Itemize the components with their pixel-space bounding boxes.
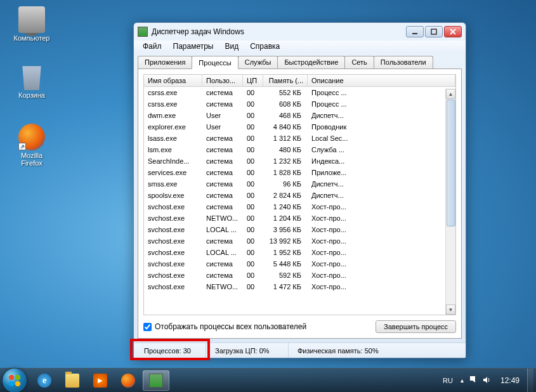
table-row[interactable]: svchost.exeсистема005 448 КБХост-про... (144, 258, 455, 270)
cell-desc: Хост-про... (308, 201, 455, 212)
cell-user: NETWO... (202, 212, 243, 224)
cell-desc: Индекса... (308, 155, 455, 167)
cell-img: csrss.exe (144, 98, 202, 110)
table-row[interactable]: svchost.exeLOCAL ...003 956 КБХост-про..… (144, 224, 455, 235)
cell-desc: Процесс ... (308, 87, 455, 98)
table-row[interactable]: svchost.exeсистема001 240 КБХост-про... (144, 201, 455, 212)
cell-img: lsm.exe (144, 144, 202, 155)
taskbar-item-explorer[interactable] (59, 370, 86, 391)
col-description[interactable]: Описание (308, 75, 455, 86)
menu-help[interactable]: Справка (245, 41, 285, 53)
cell-mem: 552 КБ (263, 87, 308, 98)
action-center-icon[interactable] (469, 376, 478, 386)
task-manager-window: Диспетчер задач Windows Файл Параметры В… (133, 22, 466, 358)
tab-users[interactable]: Пользователи (374, 56, 433, 69)
table-row[interactable]: dwm.exeUser00468 КБДиспетч... (144, 110, 455, 121)
cell-cpu: 00 (243, 201, 263, 212)
end-process-button[interactable]: Завершить процесс (376, 320, 456, 333)
desktop-icon-label: Корзина (10, 91, 54, 99)
taskbar-item-taskmgr[interactable] (143, 370, 169, 391)
cell-user: User (202, 110, 243, 121)
desktop-icon-recycle-bin[interactable]: Корзина (10, 63, 54, 99)
volume-icon[interactable] (483, 376, 492, 386)
cell-img: svchost.exe (144, 224, 202, 235)
desktop-icon-computer[interactable]: Компьютер (10, 6, 54, 42)
taskbar-item-firefox[interactable] (115, 370, 141, 391)
col-image-name[interactable]: Имя образа (144, 75, 202, 86)
cell-desc: Диспетч... (308, 178, 455, 190)
cell-img: dwm.exe (144, 110, 202, 121)
table-row[interactable]: services.exeсистема001 828 КБПриложе... (144, 167, 455, 178)
table-row[interactable]: smss.exeсистема0096 КБДиспетч... (144, 178, 455, 190)
cell-desc: Хост-про... (308, 212, 455, 224)
table-row[interactable]: SearchInde...система001 232 КБИндекса... (144, 155, 455, 167)
cell-user: система (202, 133, 243, 144)
cell-mem: 2 824 КБ (263, 190, 308, 201)
start-button[interactable] (3, 369, 27, 393)
minimize-button[interactable] (406, 26, 424, 37)
trash-icon (18, 63, 45, 90)
scroll-thumb[interactable] (447, 100, 455, 226)
table-row[interactable]: lsm.exeсистема00480 КБСлужба ... (144, 144, 455, 155)
close-button[interactable] (444, 26, 462, 37)
cell-desc: Хост-про... (308, 235, 455, 247)
col-cpu[interactable]: ЦП (243, 75, 263, 86)
table-row[interactable]: svchost.exeLOCAL ...001 952 КБХост-про..… (144, 247, 455, 258)
cell-cpu: 00 (243, 224, 263, 235)
language-indicator[interactable]: RU (440, 376, 455, 386)
desktop-icon-label: Mozilla Firefox (10, 152, 54, 167)
table-row[interactable]: svchost.exeNETWO...001 204 КБХост-про... (144, 212, 455, 224)
table-row[interactable]: svchost.exeсистема0013 992 КБХост-про... (144, 235, 455, 247)
cell-img: csrss.exe (144, 87, 202, 98)
firefox-icon (121, 374, 135, 388)
menu-view[interactable]: Вид (219, 41, 244, 53)
clock[interactable]: 12:49 (500, 376, 520, 385)
maximize-button[interactable] (425, 26, 443, 37)
show-desktop-button[interactable] (527, 369, 533, 393)
scroll-down-button[interactable]: ▼ (446, 304, 455, 315)
menu-options[interactable]: Параметры (168, 41, 219, 53)
cell-cpu: 00 (243, 281, 263, 292)
table-row[interactable]: csrss.exeсистема00552 КБПроцесс ... (144, 87, 455, 98)
cell-user: система (202, 201, 243, 212)
cell-mem: 1 204 КБ (263, 212, 308, 224)
titlebar[interactable]: Диспетчер задач Windows (134, 23, 466, 41)
cell-cpu: 00 (243, 98, 263, 110)
taskbar-item-wmp[interactable] (87, 370, 114, 391)
status-memory: Физическая память: 50% (289, 343, 464, 358)
cell-img: svchost.exe (144, 270, 202, 281)
show-all-users-input[interactable] (143, 323, 152, 331)
tab-applications[interactable]: Приложения (138, 56, 192, 69)
table-row[interactable]: explorer.exeUser004 840 КБПроводник (144, 121, 455, 133)
table-row[interactable]: csrss.exeсистема00608 КБПроцесс ... (144, 98, 455, 110)
cell-cpu: 00 (243, 167, 263, 178)
scroll-up-button[interactable]: ▲ (446, 89, 455, 99)
cell-desc: Служба ... (308, 144, 455, 155)
table-row[interactable]: svchost.exeсистема00592 КБХост-про... (144, 270, 455, 281)
tab-performance[interactable]: Быстродействие (277, 56, 345, 69)
taskbar-item-ie[interactable] (31, 370, 58, 391)
show-all-users-checkbox[interactable]: Отображать процессы всех пользователей (143, 322, 306, 331)
show-hidden-icons-button[interactable]: ▴ (461, 377, 464, 384)
tab-services[interactable]: Службы (238, 56, 278, 69)
computer-icon (18, 6, 45, 33)
cell-cpu: 00 (243, 178, 263, 190)
table-row[interactable]: svchost.exeNETWO...001 472 КБХост-про... (144, 281, 455, 292)
cell-mem: 592 КБ (263, 270, 308, 281)
cell-mem: 1 952 КБ (263, 247, 308, 258)
cell-desc: Диспетч... (308, 190, 455, 201)
vertical-scrollbar[interactable]: ▲ ▼ (445, 89, 455, 315)
cell-user: User (202, 121, 243, 133)
table-row[interactable]: lsass.exeсистема001 312 КБLocal Sec... (144, 133, 455, 144)
svg-rect-1 (431, 29, 436, 34)
table-row[interactable]: spoolsv.exeсистема002 824 КБДиспетч... (144, 190, 455, 201)
process-table: Имя образа Пользо... ЦП Память (... Опис… (143, 74, 456, 315)
menu-file[interactable]: Файл (138, 41, 167, 53)
col-memory[interactable]: Память (... (263, 75, 308, 86)
table-body[interactable]: csrss.exeсистема00552 КБПроцесс ...csrss… (144, 87, 455, 313)
cell-mem: 480 КБ (263, 144, 308, 155)
tab-networking[interactable]: Сеть (344, 56, 374, 69)
col-username[interactable]: Пользо... (202, 75, 243, 86)
desktop-icon-firefox[interactable]: ↗ Mozilla Firefox (10, 124, 54, 167)
tab-processes[interactable]: Процессы (192, 56, 238, 69)
